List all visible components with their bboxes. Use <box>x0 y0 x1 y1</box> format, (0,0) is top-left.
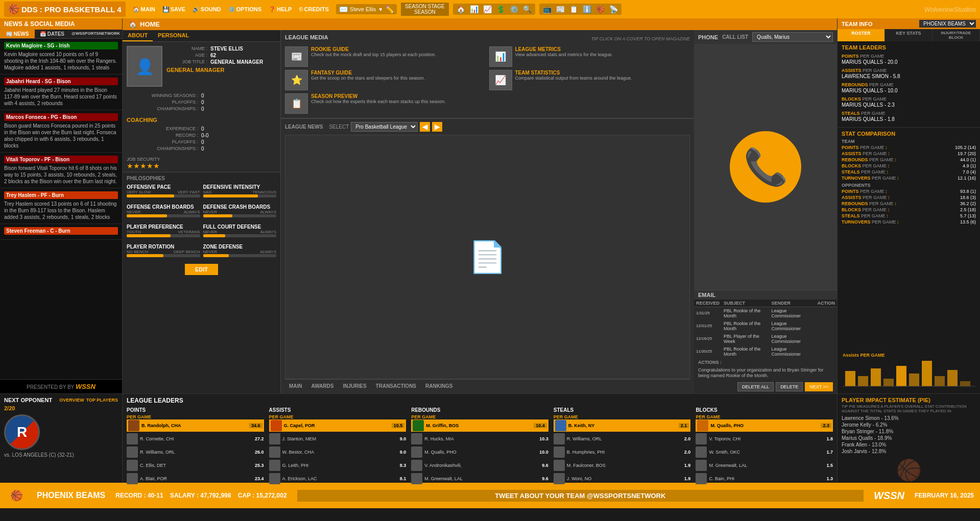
list-item[interactable]: M. Griffin, BOS 10.4 <box>411 419 548 432</box>
list-item[interactable]: B. Keith, NY 2.1 <box>554 419 691 432</box>
list-item[interactable]: R. Williams, ORL 26.0 <box>127 446 264 458</box>
overview-link[interactable]: OVERVIEW <box>59 398 84 403</box>
edit-button[interactable]: EDIT <box>185 264 218 275</box>
list-item[interactable]: V. Toporov, CHI 1.8 <box>696 433 833 445</box>
list-item[interactable]: Vitali Toporov - PF - Bison Bison forwar… <box>0 153 122 188</box>
edit-user-icon[interactable]: ✏️ <box>385 5 394 13</box>
list-item[interactable]: G. Leith, PHI 8.3 <box>269 459 407 472</box>
opp-stat-row: STEALS PER GAME : 5.7 (13) <box>842 213 976 218</box>
opp-stat-row: BLOCKS PER GAME : 2.5 (18) <box>842 207 976 212</box>
media-item-fantasy[interactable]: ⭐ FANTASY GUIDE Get the scoop on the sta… <box>285 70 486 90</box>
list-item[interactable]: J. Woni, NO 1.9 <box>554 473 691 485</box>
news-item-header: Vitali Toporov - PF - Bison <box>4 156 118 163</box>
delete-all-button[interactable]: DELETE ALL <box>737 382 774 391</box>
email-row[interactable]: 12/16/25 PBL Player of the Week League C… <box>694 332 837 345</box>
team-select[interactable]: PHOENIX BEAMS <box>919 20 976 28</box>
tab-dates[interactable]: 📅 DATES <box>35 30 69 38</box>
stats-icon[interactable]: 📈 <box>482 5 493 14</box>
list-item[interactable]: R. Cornette, CHI 27.2 <box>127 433 264 445</box>
svg-rect-5 <box>896 366 906 386</box>
tab-injury-trade[interactable]: INJURY/TRADE BLOCK <box>933 29 980 41</box>
tab-news[interactable]: 📰 NEWS <box>0 30 35 38</box>
user-section[interactable]: ✉️ Steve Ellis ▼ ✏️ <box>336 4 397 14</box>
media-item-team-stats[interactable]: 📈 TEAM STATISTICS Compare statistical ou… <box>489 70 690 90</box>
tab-awards[interactable]: AWARDS <box>307 382 338 390</box>
list-item[interactable]: A. Blair, POR 23.4 <box>127 473 264 485</box>
nav-sound[interactable]: 🔊 SOUND <box>189 5 224 14</box>
list-item[interactable]: M. Greenwalt, LAL 9.6 <box>411 473 548 485</box>
bar-chart-icon[interactable]: 📊 <box>468 5 480 14</box>
tab-main[interactable]: MAIN <box>285 382 306 390</box>
player-avatar <box>269 433 280 444</box>
list-item[interactable]: M. Qualls, PHO 2.3 <box>696 419 833 432</box>
nav-credits[interactable]: © CREDITS <box>296 5 331 14</box>
email-row[interactable]: 11/30/25 PBL Rookie of the Month League … <box>694 345 837 358</box>
list-item[interactable]: C. Ellis, DET 25.3 <box>127 459 264 472</box>
list-item[interactable]: M. Greenwalt, LAL 1.5 <box>696 459 833 472</box>
media-icon-2[interactable]: 📰 <box>555 5 566 14</box>
list-item[interactable]: W. Bestor, CHA 9.0 <box>269 446 407 458</box>
team-logo-watermark: 🏀 <box>842 458 976 482</box>
svg-rect-6 <box>909 374 919 386</box>
center-area: 🏠 HOME ABOUT PERSONAL 👤 NAME : STEVE ELL… <box>123 18 837 393</box>
tab-wssn[interactable]: @WSSPORTSNETWORK <box>69 30 122 38</box>
list-item[interactable]: Steven Freeman - C - Burn <box>0 224 122 240</box>
next-button[interactable]: NEXT >> <box>805 382 833 391</box>
list-item[interactable]: Trey Haslem - PF - Burn Trey Haslem scor… <box>0 188 122 224</box>
media-item-season-preview[interactable]: 📋 SEASON PREVIEW Check out how the exper… <box>285 93 486 114</box>
list-item[interactable]: C. Bain, PHI 1.3 <box>696 473 833 485</box>
email-row[interactable]: 1/31/25 PBL Rookie of the Month League C… <box>694 307 837 319</box>
list-item[interactable]: M. Qualls, PHO 10.0 <box>411 446 548 458</box>
media-item-metrics[interactable]: 📊 LEAGUE METRICS View advanced stats and… <box>489 46 690 67</box>
call-list-select[interactable]: Qualls, Marius <box>752 32 833 42</box>
tab-about[interactable]: ABOUT <box>123 30 153 41</box>
list-item[interactable]: Kevin Magloire - SG - Irish Kevin Magloi… <box>0 39 122 75</box>
player-avatar <box>127 473 138 484</box>
list-item[interactable]: W. Smith, OKC 1.7 <box>696 446 833 458</box>
list-item[interactable]: B. Randolph, CHA 34.6 <box>127 419 264 432</box>
tab-rankings[interactable]: RANKINGS <box>421 382 457 390</box>
name-row: NAME : STEVE ELLIS <box>166 46 276 52</box>
delete-button[interactable]: DELETE <box>776 382 803 391</box>
nav-help[interactable]: ❓ HELP <box>266 5 295 14</box>
top-players-link[interactable]: TOP PLAYERS <box>86 398 118 403</box>
season-preview-icon: 📋 <box>285 93 308 114</box>
list-item[interactable]: R. Williams, ORL 2.0 <box>554 433 691 445</box>
phone-circle-icon[interactable]: 📞 <box>730 131 801 203</box>
philosophies-title: PHILOSOPHIES <box>127 176 276 181</box>
tab-key-stats[interactable]: KEY STATS <box>885 29 933 41</box>
phone-icon-area[interactable]: 📞 <box>694 44 837 290</box>
tab-transactions[interactable]: TRANSACTIONS <box>372 382 420 390</box>
list-item[interactable]: J. Stanton, MEM 9.0 <box>269 433 407 445</box>
media-icon-6[interactable]: 📡 <box>608 5 619 14</box>
search-icon[interactable]: 🔍 <box>521 5 533 14</box>
media-icon-3[interactable]: 📋 <box>568 5 580 14</box>
nav-save[interactable]: 💾 SAVE <box>159 5 188 14</box>
media-icon-1[interactable]: 📺 <box>541 5 553 14</box>
nav-main[interactable]: 🏠 MAIN <box>130 5 158 14</box>
nav-options[interactable]: ⚙️ OPTIONS <box>225 5 265 14</box>
tab-injuries[interactable]: INJURIES <box>339 382 370 390</box>
list-item[interactable]: A. Erickson, LAC 8.1 <box>269 473 407 485</box>
list-item[interactable]: V. Andronikashvili, 9.6 <box>411 459 548 472</box>
home-quick-icon[interactable]: 🏠 <box>455 5 467 14</box>
prev-arrow[interactable]: ◀ <box>420 122 430 132</box>
media-item-rookie[interactable]: 📰 ROOKIE GUIDE Check out the mock draft … <box>285 46 486 67</box>
media-icon-4[interactable]: ℹ️ <box>581 5 593 14</box>
email-row[interactable]: 12/31/25 PBL Rookie of the Month League … <box>694 319 837 332</box>
fantasy-guide-icon: ⭐ <box>285 70 308 90</box>
player-avatar <box>696 473 707 484</box>
list-item[interactable]: Jabahri Heard - SG - Bison Jabahri Heard… <box>0 75 122 110</box>
dollar-icon[interactable]: 💲 <box>495 5 507 14</box>
list-item[interactable]: M. Faulconer, BOS 1.9 <box>554 459 691 472</box>
list-item[interactable]: G. Capel, POR 10.5 <box>269 419 407 432</box>
media-icon-5[interactable]: 🏀 <box>594 5 606 14</box>
list-item[interactable]: Marcos Fonseca - PG - Bison Bison guard … <box>0 110 122 153</box>
list-item[interactable]: R. Hucks, MIA 10.3 <box>411 433 548 445</box>
next-arrow[interactable]: ▶ <box>432 122 442 132</box>
settings-icon[interactable]: ⚙️ <box>508 5 520 14</box>
league-news-select[interactable]: Pro Basketball League <box>351 122 418 132</box>
list-item[interactable]: B. Humphries, PHI 2.0 <box>554 446 691 458</box>
stat-comparison: STAT COMPARISON TEAM POINTS PER GAME : 1… <box>838 127 980 229</box>
tab-roster[interactable]: ROSTER <box>838 29 885 41</box>
